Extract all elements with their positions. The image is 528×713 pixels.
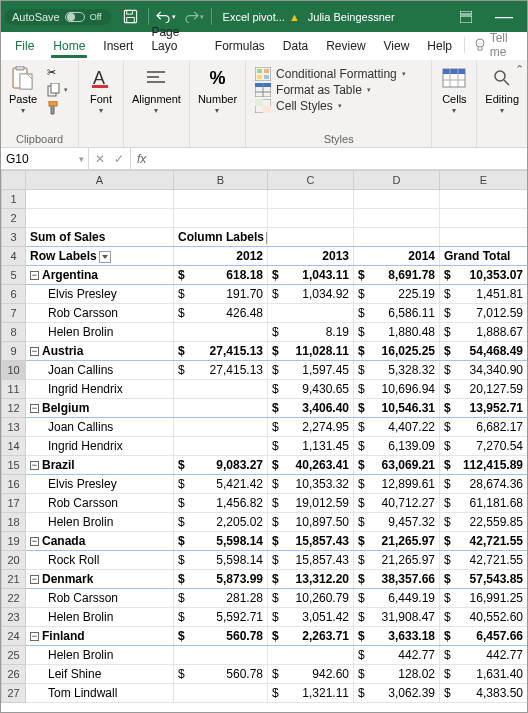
cell[interactable]: Grand Total — [440, 247, 528, 266]
cell[interactable] — [174, 323, 268, 342]
copy-button[interactable]: ▾ — [44, 82, 71, 98]
row-header[interactable]: 20 — [2, 551, 26, 570]
cell[interactable]: $191.70 — [174, 285, 268, 304]
collapse-icon[interactable]: − — [30, 271, 39, 280]
cell[interactable]: Ingrid Hendrix — [26, 380, 174, 399]
cell[interactable]: $6,682.17 — [440, 418, 528, 437]
cell[interactable]: $13,312.20 — [268, 570, 354, 589]
cell[interactable]: $28,674.36 — [440, 475, 528, 494]
cell[interactable]: $40,552.60 — [440, 608, 528, 627]
row-header[interactable]: 12 — [2, 399, 26, 418]
cell[interactable]: $6,449.19 — [354, 589, 440, 608]
row-header[interactable]: 21 — [2, 570, 26, 589]
row-header[interactable]: 3 — [2, 228, 26, 247]
cells-button[interactable]: Cells▾ — [435, 63, 473, 117]
row-header[interactable]: 1 — [2, 190, 26, 209]
row-header[interactable]: 19 — [2, 532, 26, 551]
autosave-toggle[interactable]: AutoSave Off — [5, 9, 111, 25]
cell[interactable]: Rock Roll — [26, 551, 174, 570]
cell[interactable]: −Brazil — [26, 456, 174, 475]
cell[interactable]: $1,888.67 — [440, 323, 528, 342]
cell[interactable]: 2014 — [354, 247, 440, 266]
cell[interactable]: $560.78 — [174, 627, 268, 646]
cut-button[interactable]: ✂ — [44, 65, 71, 80]
cell[interactable]: $942.60 — [268, 665, 354, 684]
number-button[interactable]: %Number▾ — [193, 63, 242, 117]
collapse-icon[interactable]: − — [30, 632, 39, 641]
cell[interactable]: $1,034.92 — [268, 285, 354, 304]
cell[interactable]: $442.77 — [354, 646, 440, 665]
cell[interactable]: $63,069.21 — [354, 456, 440, 475]
cell[interactable] — [174, 684, 268, 703]
cell[interactable]: $1,880.48 — [354, 323, 440, 342]
cell[interactable]: −Denmark — [26, 570, 174, 589]
cell[interactable]: $21,265.97 — [354, 551, 440, 570]
cell[interactable] — [268, 209, 354, 228]
cell[interactable]: 2013 — [268, 247, 354, 266]
cell[interactable]: $22,559.85 — [440, 513, 528, 532]
format-painter-button[interactable] — [44, 100, 71, 116]
conditional-formatting-button[interactable]: Conditional Formatting▾ — [255, 66, 422, 82]
tab-view[interactable]: View — [375, 35, 419, 59]
name-box[interactable]: G10▾ — [1, 148, 89, 169]
cell[interactable]: $4,383.50 — [440, 684, 528, 703]
cell[interactable]: $34,340.90 — [440, 361, 528, 380]
cell[interactable]: Joan Callins — [26, 418, 174, 437]
cell[interactable] — [174, 209, 268, 228]
cell[interactable] — [174, 437, 268, 456]
minimize-icon[interactable]: — — [485, 1, 523, 32]
row-header[interactable]: 10 — [2, 361, 26, 380]
cell[interactable]: $7,270.54 — [440, 437, 528, 456]
cell[interactable]: $6,139.09 — [354, 437, 440, 456]
cell[interactable] — [268, 646, 354, 665]
col-header[interactable]: D — [354, 171, 440, 190]
cell[interactable]: $10,353.32 — [268, 475, 354, 494]
cell[interactable]: $13,952.71 — [440, 399, 528, 418]
row-header[interactable]: 4 — [2, 247, 26, 266]
cell[interactable]: −Belgium — [26, 399, 174, 418]
cell[interactable]: $9,457.32 — [354, 513, 440, 532]
cell[interactable]: $27,415.13 — [174, 361, 268, 380]
row-header[interactable]: 25 — [2, 646, 26, 665]
cell[interactable]: $2,263.71 — [268, 627, 354, 646]
collapse-icon[interactable]: − — [30, 575, 39, 584]
cell[interactable] — [440, 209, 528, 228]
cell[interactable]: $8,691.78 — [354, 266, 440, 285]
row-header[interactable]: 24 — [2, 627, 26, 646]
row-header[interactable]: 26 — [2, 665, 26, 684]
row-header[interactable]: 17 — [2, 494, 26, 513]
cell[interactable]: Row Labels — [26, 247, 174, 266]
cell[interactable]: $8.19 — [268, 323, 354, 342]
col-header[interactable]: E — [440, 171, 528, 190]
cell[interactable]: $61,181.68 — [440, 494, 528, 513]
cell[interactable]: $10,696.94 — [354, 380, 440, 399]
cell[interactable] — [26, 209, 174, 228]
worksheet[interactable]: ABCDE 123Sum of SalesColumn Labels4Row L… — [1, 170, 527, 713]
cell[interactable]: Elvis Presley — [26, 285, 174, 304]
cell[interactable]: $40,712.27 — [354, 494, 440, 513]
tab-help[interactable]: Help — [418, 35, 461, 59]
row-header[interactable]: 11 — [2, 380, 26, 399]
cell[interactable]: Leif Shine — [26, 665, 174, 684]
cell[interactable]: Helen Brolin — [26, 513, 174, 532]
font-button[interactable]: AFont▾ — [82, 63, 120, 117]
cell[interactable] — [354, 228, 440, 247]
cell[interactable]: $3,062.39 — [354, 684, 440, 703]
cell[interactable]: $27,415.13 — [174, 342, 268, 361]
cell[interactable]: $16,991.25 — [440, 589, 528, 608]
row-header[interactable]: 14 — [2, 437, 26, 456]
cell[interactable]: $10,353.07 — [440, 266, 528, 285]
cell[interactable]: $10,260.79 — [268, 589, 354, 608]
warning-icon[interactable]: ▲ — [289, 11, 300, 23]
cell[interactable]: $10,897.50 — [268, 513, 354, 532]
cell[interactable]: $5,598.14 — [174, 551, 268, 570]
cell[interactable]: $5,873.99 — [174, 570, 268, 589]
cell[interactable]: Column Labels — [174, 228, 268, 247]
cell[interactable]: $19,012.59 — [268, 494, 354, 513]
cell[interactable]: $618.18 — [174, 266, 268, 285]
cell[interactable]: $1,631.40 — [440, 665, 528, 684]
cell[interactable]: $128.02 — [354, 665, 440, 684]
col-header[interactable]: A — [26, 171, 174, 190]
cell[interactable] — [174, 646, 268, 665]
save-icon[interactable] — [118, 4, 144, 30]
